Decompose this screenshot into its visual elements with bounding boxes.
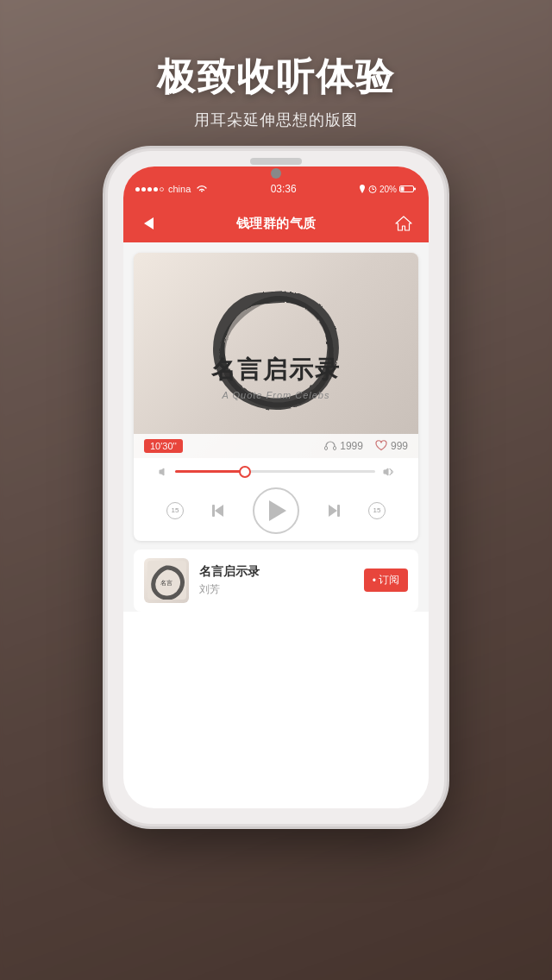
duration-badge: 10'30'' bbox=[144, 439, 183, 453]
back-button[interactable] bbox=[135, 210, 161, 236]
album-title-en: A Quote From Celebs bbox=[134, 390, 418, 400]
progress-track[interactable] bbox=[175, 470, 375, 473]
svg-rect-9 bbox=[337, 505, 340, 517]
phone-speaker bbox=[250, 158, 302, 165]
heart-icon bbox=[375, 440, 387, 451]
stats-right: 1999 999 bbox=[324, 440, 408, 452]
svg-text:名言: 名言 bbox=[160, 580, 172, 587]
back-arrow-icon bbox=[144, 217, 154, 229]
svg-rect-7 bbox=[334, 446, 336, 449]
phone-camera bbox=[271, 168, 281, 179]
svg-rect-4 bbox=[401, 187, 405, 192]
rewind-label: 15 bbox=[172, 506, 179, 514]
skip-prev-icon bbox=[208, 500, 229, 521]
progress-bar-container bbox=[158, 467, 394, 477]
content-area: 名言启示录 A Quote From Celebs 10'30'' bbox=[123, 242, 429, 612]
prev-button[interactable] bbox=[208, 500, 229, 521]
battery-pct: 20% bbox=[380, 185, 397, 194]
volume-low-icon bbox=[158, 467, 168, 477]
controls-area: 15 bbox=[144, 458, 408, 541]
like-count: 999 bbox=[375, 440, 408, 452]
wifi-icon bbox=[196, 185, 208, 193]
location-icon bbox=[359, 185, 366, 193]
svg-rect-6 bbox=[325, 446, 328, 449]
status-time: 03:36 bbox=[271, 183, 297, 195]
playback-controls: 15 bbox=[158, 487, 394, 534]
volume-high-icon bbox=[382, 467, 394, 477]
alarm-icon bbox=[368, 185, 377, 193]
bottom-thumbnail: 名言 bbox=[144, 558, 189, 603]
play-button[interactable] bbox=[253, 487, 299, 534]
album-art-inner: 名言启示录 A Quote From Celebs bbox=[134, 253, 418, 458]
album-title-cn: 名言启示录 bbox=[134, 354, 418, 386]
forward-label: 15 bbox=[373, 506, 381, 514]
like-count-value: 999 bbox=[391, 440, 408, 452]
progress-handle bbox=[239, 466, 251, 478]
forward-button[interactable]: 15 bbox=[368, 502, 386, 519]
play-count-value: 1999 bbox=[340, 440, 363, 452]
home-icon bbox=[394, 215, 413, 232]
signal-dot-3 bbox=[147, 187, 152, 192]
status-left: china bbox=[135, 184, 208, 194]
subscribe-label: 订阅 bbox=[379, 573, 399, 587]
top-text-area: 极致收听体验 用耳朵延伸思想的版图 bbox=[0, 52, 552, 130]
status-right: 20% bbox=[359, 185, 417, 194]
bottom-title: 名言启示录 bbox=[199, 564, 354, 580]
phone-screen: china 03:36 20 bbox=[123, 166, 429, 808]
play-icon bbox=[269, 500, 286, 521]
subscribe-button[interactable]: • 订阅 bbox=[364, 569, 408, 592]
play-count: 1999 bbox=[324, 440, 363, 452]
main-subheading: 用耳朵延伸思想的版图 bbox=[0, 110, 552, 130]
progress-fill bbox=[175, 470, 245, 473]
battery-icon bbox=[399, 185, 417, 193]
svg-rect-5 bbox=[414, 188, 416, 191]
album-card: 名言启示录 A Quote From Celebs 10'30'' bbox=[134, 253, 418, 541]
nav-bar: 钱理群的气质 bbox=[123, 204, 429, 242]
signal-dot-4 bbox=[154, 187, 158, 192]
home-button[interactable] bbox=[391, 210, 417, 236]
phone-frame: china 03:36 20 bbox=[108, 151, 444, 824]
next-button[interactable] bbox=[323, 500, 344, 521]
bottom-info: 名言启示录 刘芳 bbox=[199, 564, 354, 597]
main-heading: 极致收听体验 bbox=[0, 52, 552, 103]
thumb-ink-icon: 名言 bbox=[147, 561, 186, 600]
album-art-container: 名言启示录 A Quote From Celebs 10'30'' bbox=[134, 253, 418, 458]
signal-dot-2 bbox=[141, 187, 146, 192]
carrier-label: china bbox=[168, 184, 191, 194]
bottom-author: 刘芳 bbox=[199, 582, 354, 597]
bottom-info-card: 名言 名言启示录 刘芳 • 订阅 bbox=[134, 550, 418, 612]
svg-rect-8 bbox=[212, 505, 215, 517]
nav-title: 钱理群的气质 bbox=[236, 216, 317, 232]
album-text: 名言启示录 A Quote From Celebs bbox=[134, 354, 418, 400]
signal-dots bbox=[135, 187, 164, 192]
signal-dot-1 bbox=[135, 187, 140, 192]
headphones-icon bbox=[324, 441, 336, 451]
signal-dot-5 bbox=[160, 187, 164, 192]
subscribe-dot: • bbox=[373, 575, 376, 587]
stats-row: 10'30'' 1999 bbox=[134, 434, 418, 458]
rewind-button[interactable]: 15 bbox=[166, 502, 184, 519]
skip-next-icon bbox=[323, 500, 344, 521]
